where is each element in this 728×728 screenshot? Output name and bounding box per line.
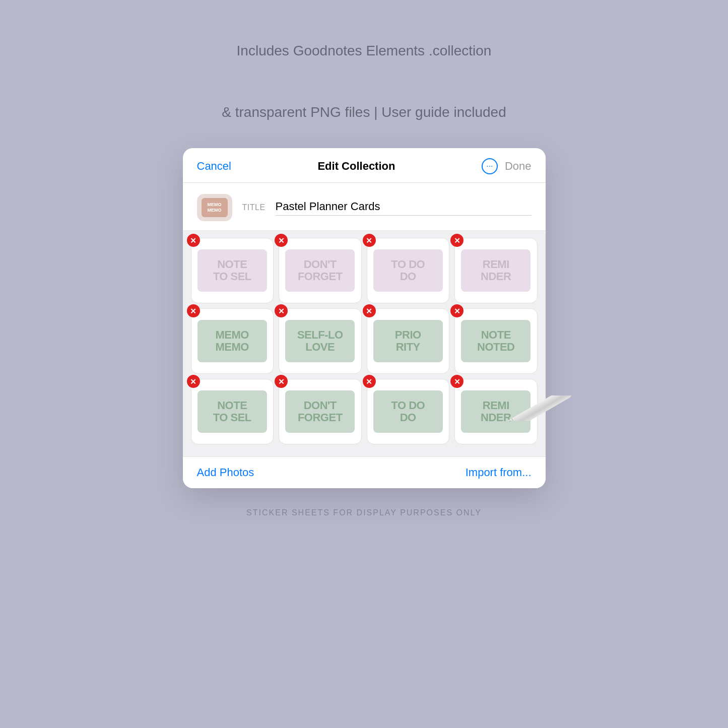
card-2-2: ✕ SELF-LOLOVE [279,308,362,374]
sticker-card-2-1[interactable]: MEMOMEMO [191,308,274,374]
remove-button-1-3[interactable]: ✕ [363,234,376,247]
card-inner-1-3: TO DODO [373,249,443,291]
sticker-card-3-1[interactable]: NOTETO SEL [191,379,274,444]
dialog-title: Edit Collection [317,160,395,173]
remove-button-3-4[interactable]: ✕ [450,375,464,388]
card-label-1-4: REMINDER [481,258,511,283]
grid-row-2: ✕ MEMOMEMO ✕ SELF-LOLOVE [191,308,538,374]
more-options-button[interactable]: ··· [482,158,498,174]
remove-button-2-1[interactable]: ✕ [187,304,200,317]
subtitle-line2: & transparent PNG files | User guide inc… [222,102,506,123]
remove-button-1-1[interactable]: ✕ [187,234,200,247]
pencil-svg [490,395,591,421]
footer-disclaimer: STICKER SHEETS FOR DISPLAY PURPOSES ONLY [246,508,482,517]
sticker-card-1-3[interactable]: TO DODO [367,238,450,303]
edit-collection-dialog: Cancel Edit Collection ··· Done MEMO MEM… [183,148,546,488]
card-3-1: ✕ NOTETO SEL [191,379,274,444]
dialog-footer: Add Photos Import from... [183,456,546,488]
icon-label: MEMO MEMO [202,202,228,213]
apple-pencil [490,395,591,423]
remove-button-3-1[interactable]: ✕ [187,375,200,388]
icon-inner: MEMO MEMO [202,198,228,217]
cancel-button[interactable]: Cancel [197,160,231,173]
subtitle-line1: Includes Goodnotes Elements .collection [237,40,492,61]
dialog-container: Cancel Edit Collection ··· Done MEMO MEM… [183,123,546,488]
card-label-2-1: MEMOMEMO [216,329,249,353]
card-inner-3-1: NOTETO SEL [197,390,267,432]
card-3-3: ✕ TO DODO [367,379,450,444]
card-1-3: ✕ TO DODO [367,238,450,303]
card-inner-1-2: DON'TFORGET [285,249,355,291]
title-prefix-label: TITLE [242,203,266,212]
card-inner-2-4: NOTENOTED [461,320,531,362]
card-label-2-3: PRIORITY [395,329,421,353]
remove-button-2-3[interactable]: ✕ [363,304,376,317]
card-label-3-1: NOTETO SEL [213,400,251,424]
card-inner-2-3: PRIORITY [373,320,443,362]
card-inner-2-1: MEMOMEMO [197,320,267,362]
card-inner-3-2: DON'TFORGET [285,390,355,432]
sticker-card-1-4[interactable]: REMINDER [454,238,538,303]
card-1-2: ✕ DON'TFORGET [279,238,362,303]
card-1-4: ✕ REMINDER [454,238,538,303]
remove-button-2-2[interactable]: ✕ [275,304,288,317]
collection-icon[interactable]: MEMO MEMO [197,194,232,221]
card-inner-1-1: NOTETO SEL [197,249,267,291]
collection-title-row: MEMO MEMO TITLE Pastel Planner Cards [183,183,546,231]
card-inner-3-3: TO DODO [373,390,443,432]
dots-icon: ··· [486,162,493,171]
card-2-3: ✕ PRIORITY [367,308,450,374]
card-label-1-2: DON'TFORGET [298,258,343,283]
sticker-card-2-4[interactable]: NOTENOTED [454,308,538,374]
remove-button-2-4[interactable]: ✕ [450,304,464,317]
card-3-2: ✕ DON'TFORGET [279,379,362,444]
sticker-card-1-2[interactable]: DON'TFORGET [279,238,362,303]
card-label-3-3: TO DODO [391,400,425,424]
card-label-3-2: DON'TFORGET [298,400,343,424]
grid-row-3: ✕ NOTETO SEL ✕ DON'TFORGET [191,379,538,444]
sticker-card-2-3[interactable]: PRIORITY [367,308,450,374]
sticker-card-3-2[interactable]: DON'TFORGET [279,379,362,444]
remove-button-3-3[interactable]: ✕ [363,375,376,388]
card-label-1-3: TO DODO [391,258,425,283]
card-inner-2-2: SELF-LOLOVE [285,320,355,362]
card-label-2-4: NOTENOTED [477,329,515,353]
add-photos-button[interactable]: Add Photos [197,466,254,479]
collection-title-field[interactable]: Pastel Planner Cards [276,200,532,216]
grid-row-1: ✕ NOTETO SEL ✕ DON'TFORGET [191,238,538,303]
card-label-1-1: NOTETO SEL [213,258,251,283]
sticker-card-2-2[interactable]: SELF-LOLOVE [279,308,362,374]
sticker-card-1-1[interactable]: NOTETO SEL [191,238,274,303]
dialog-header: Cancel Edit Collection ··· Done [183,148,546,183]
header-right-actions: ··· Done [482,158,532,174]
remove-button-1-2[interactable]: ✕ [275,234,288,247]
done-button[interactable]: Done [505,160,532,173]
import-from-button[interactable]: Import from... [466,466,532,479]
sticker-card-3-3[interactable]: TO DODO [367,379,450,444]
svg-rect-0 [503,395,574,421]
card-inner-1-4: REMINDER [461,249,531,291]
remove-button-3-2[interactable]: ✕ [275,375,288,388]
card-label-2-2: SELF-LOLOVE [297,329,343,353]
card-1-1: ✕ NOTETO SEL [191,238,274,303]
remove-button-1-4[interactable]: ✕ [450,234,464,247]
card-2-1: ✕ MEMOMEMO [191,308,274,374]
card-2-4: ✕ NOTENOTED [454,308,538,374]
